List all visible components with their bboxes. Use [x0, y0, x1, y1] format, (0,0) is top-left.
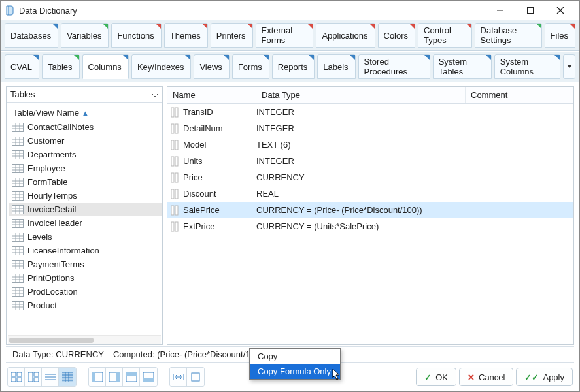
column-row-transid[interactable]: TransIDINTEGER	[167, 104, 573, 120]
column-row-units[interactable]: UnitsINTEGER	[167, 153, 573, 169]
tab-applications[interactable]: Applications	[316, 23, 375, 48]
table-item-label: ContactCallNotes	[27, 122, 94, 132]
svg-rect-64	[12, 287, 24, 296]
table-item-formtable[interactable]: FormTable	[9, 175, 162, 189]
tab-themes[interactable]: Themes	[164, 23, 208, 48]
tables-tree[interactable]: Table/View Name ▲ ContactCallNotesCustom…	[7, 103, 162, 335]
tab-external-forms[interactable]: External Forms	[256, 23, 314, 48]
tab-columns[interactable]: Columns	[82, 54, 129, 79]
layout-btn-4[interactable]	[140, 368, 157, 386]
column-row-price[interactable]: PriceCURRENCY	[167, 169, 573, 186]
column-row-saleprice[interactable]: SalePriceCURRENCY = (Price- (Price*Disco…	[167, 202, 573, 218]
table-item-prodlocation[interactable]: ProdLocation	[9, 285, 162, 299]
context-copy-formula-only[interactable]: Copy Formula Only	[250, 364, 340, 379]
col-header-datatype[interactable]: Data Type	[256, 87, 466, 103]
tabs-overflow-button[interactable]	[563, 54, 575, 79]
tab-forms[interactable]: Forms	[232, 54, 269, 79]
tab-indicator-icon	[409, 24, 415, 29]
cell-name: TransID	[182, 107, 256, 117]
row-handle-icon[interactable]	[167, 189, 182, 199]
row-handle-icon[interactable]	[167, 140, 182, 150]
tab-cval[interactable]: CVAL	[5, 54, 39, 79]
table-item-licenseinformation[interactable]: LicenseInformation	[9, 244, 162, 257]
fit-page-button[interactable]	[187, 368, 204, 386]
row-handle-icon[interactable]	[167, 107, 182, 118]
view-btn-3[interactable]	[42, 368, 59, 386]
svg-rect-9	[12, 137, 24, 145]
svg-rect-4	[12, 123, 24, 131]
layout-btn-1[interactable]	[89, 368, 106, 386]
layout-btn-3[interactable]	[123, 368, 140, 386]
svg-rect-110	[116, 372, 120, 382]
table-item-levels[interactable]: Levels	[9, 230, 162, 244]
column-row-model[interactable]: ModelTEXT (6)	[167, 137, 573, 153]
tab-reports[interactable]: Reports	[272, 54, 315, 79]
col-header-comment[interactable]: Comment	[466, 87, 573, 103]
table-item-paymentterms[interactable]: PaymentTerms	[9, 257, 162, 271]
row-handle-icon[interactable]	[167, 205, 182, 216]
view-btn-1[interactable]	[8, 368, 25, 386]
tab-colors[interactable]: Colors	[378, 23, 416, 48]
table-item-customer[interactable]: Customer	[9, 134, 162, 148]
table-item-employee[interactable]: Employee	[9, 161, 162, 175]
ok-button[interactable]: ✓OK	[416, 368, 456, 386]
tab-views[interactable]: Views	[194, 54, 229, 79]
row-handle-icon[interactable]	[167, 156, 182, 167]
tab-indicator-icon	[466, 24, 471, 29]
tab-system-columns[interactable]: System Columns	[494, 54, 561, 79]
table-item-departments[interactable]: Departments	[9, 148, 162, 161]
tab-functions[interactable]: Functions	[111, 23, 161, 48]
svg-rect-24	[12, 178, 24, 186]
tab-printers[interactable]: Printers	[211, 23, 253, 48]
table-item-invoicedetail[interactable]: InvoiceDetail	[9, 203, 162, 216]
columns-grid: Name Data Type Comment TransIDINTEGERDet…	[167, 86, 574, 345]
tab-label: Tables	[48, 62, 73, 72]
tables-panel-header[interactable]: Tables	[7, 87, 162, 103]
tab-indicator-icon	[536, 24, 541, 29]
context-copy[interactable]: Copy	[250, 349, 340, 364]
toolbar-row-2: CVALTablesColumnsKey/IndexesViewsFormsRe…	[1, 51, 579, 82]
tab-database-settings[interactable]: Database Settings	[475, 23, 542, 48]
window-maximize-button[interactable]	[515, 1, 545, 20]
svg-rect-112	[126, 372, 137, 376]
row-handle-icon[interactable]	[167, 123, 182, 134]
view-btn-2[interactable]	[25, 368, 42, 386]
tab-label: Printers	[216, 31, 246, 41]
tab-key-indexes[interactable]: Key/Indexes	[131, 54, 192, 79]
tab-files[interactable]: Files	[545, 23, 575, 48]
fit-width-button[interactable]	[170, 368, 187, 386]
tab-databases[interactable]: Databases	[5, 23, 58, 48]
tab-system-tables[interactable]: System Tables	[433, 54, 492, 79]
row-handle-icon[interactable]	[167, 172, 182, 183]
window-close-button[interactable]	[545, 1, 575, 20]
tab-control-types[interactable]: Control Types	[418, 23, 471, 48]
main-area: Tables Table/View Name ▲ ContactCallNote…	[1, 82, 579, 346]
window-minimize-button[interactable]	[485, 1, 515, 20]
tab-tables[interactable]: Tables	[42, 54, 80, 79]
tree-column-header[interactable]: Table/View Name ▲	[9, 105, 162, 120]
table-item-product[interactable]: Product	[9, 299, 162, 312]
table-item-hourlytemps[interactable]: HourlyTemps	[9, 189, 162, 203]
table-item-label: LicenseInformation	[27, 246, 99, 255]
table-item-label: PrintOptions	[27, 273, 75, 283]
row-handle-icon[interactable]	[167, 221, 182, 232]
tab-labels[interactable]: Labels	[317, 54, 355, 79]
tab-stored-procedures[interactable]: Stored Procedures	[358, 54, 430, 79]
layout-btn-2[interactable]	[106, 368, 123, 386]
column-row-detailnum[interactable]: DetailNumINTEGER	[167, 120, 573, 137]
col-header-name[interactable]: Name	[167, 87, 256, 103]
table-item-printoptions[interactable]: PrintOptions	[9, 271, 162, 285]
columns-rows[interactable]: TransIDINTEGERDetailNumINTEGERModelTEXT …	[167, 104, 573, 344]
apply-button[interactable]: ✓✓Apply	[516, 368, 573, 386]
horizontal-scrollbar[interactable]	[8, 335, 161, 344]
tab-label: Themes	[170, 31, 201, 41]
context-menu[interactable]: Copy Copy Formula Only	[249, 348, 341, 380]
tab-indicator-icon	[309, 55, 314, 60]
table-item-invoiceheader[interactable]: InvoiceHeader	[9, 216, 162, 230]
table-item-contactcallnotes[interactable]: ContactCallNotes	[9, 120, 162, 134]
cancel-button[interactable]: ✕Cancel	[459, 368, 513, 386]
view-btn-4[interactable]	[59, 368, 76, 386]
column-row-discount[interactable]: DiscountREAL	[167, 186, 573, 202]
column-row-extprice[interactable]: ExtPriceCURRENCY = (Units*SalePrice)	[167, 218, 573, 235]
tab-variables[interactable]: Variables	[61, 23, 109, 48]
